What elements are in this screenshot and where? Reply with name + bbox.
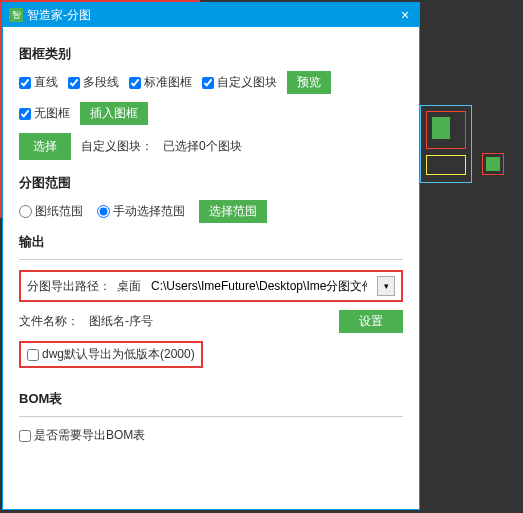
exportpath-prefix: 桌面 — [117, 278, 141, 295]
section-frame-header: 图框类别 — [19, 45, 403, 63]
main-titlebar: 智 智造家-分图 × — [3, 3, 419, 27]
main-title: 智造家-分图 — [27, 7, 397, 24]
chk-exportbom[interactable]: 是否需要导出BOM表 — [19, 427, 403, 444]
section-range-header: 分图范围 — [19, 174, 403, 192]
main-body: 图框类别 直线 多段线 标准图框 自定义图块 预览 无图框 插入图框 选择 自定… — [3, 27, 419, 456]
exportpath-highlight: 分图导出路径： 桌面 ▾ — [19, 270, 403, 302]
chk-stdframe[interactable]: 标准图框 — [129, 74, 192, 91]
preview-button[interactable]: 预览 — [287, 71, 331, 94]
radio-drawingrange[interactable]: 图纸范围 — [19, 203, 83, 220]
selectrange-button[interactable]: 选择范围 — [199, 200, 267, 223]
chk-polyline[interactable]: 多段线 — [68, 74, 119, 91]
chk-dwglow[interactable]: dwg默认导出为低版本(2000) — [27, 346, 195, 363]
filename-label: 文件名称： — [19, 313, 79, 330]
exportpath-input[interactable] — [147, 276, 371, 296]
radio-manualrange[interactable]: 手动选择范围 — [97, 203, 185, 220]
close-icon[interactable]: × — [397, 7, 413, 23]
select-button[interactable]: 选择 — [19, 133, 71, 160]
exportpath-dropdown-button[interactable]: ▾ — [377, 276, 395, 296]
bom-divider — [19, 416, 403, 417]
cad-preview — [420, 105, 515, 200]
settings-button[interactable]: 设置 — [339, 310, 403, 333]
section-output-header: 输出 — [19, 233, 403, 251]
chk-customblock[interactable]: 自定义图块 — [202, 74, 277, 91]
insertframe-button[interactable]: 插入图框 — [80, 102, 148, 125]
filename-value: 图纸名-序号 — [89, 313, 329, 330]
customblock-label: 自定义图块： — [81, 138, 153, 155]
main-dialog: 智 智造家-分图 × 图框类别 直线 多段线 标准图框 自定义图块 预览 无图框… — [2, 2, 420, 510]
selected-count: 已选择0个图块 — [163, 138, 242, 155]
exportpath-label: 分图导出路径： — [27, 278, 111, 295]
output-divider — [19, 259, 403, 260]
app-icon: 智 — [9, 8, 23, 22]
section-bom-header: BOM表 — [19, 390, 403, 408]
dwglow-highlight: dwg默认导出为低版本(2000) — [19, 341, 203, 368]
chk-line[interactable]: 直线 — [19, 74, 58, 91]
chk-noframe[interactable]: 无图框 — [19, 105, 70, 122]
